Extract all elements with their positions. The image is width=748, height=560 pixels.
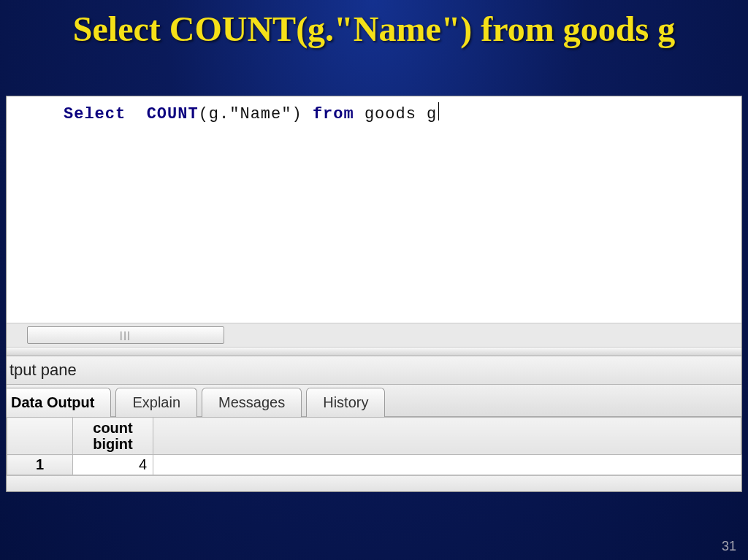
column-name: count [93, 420, 132, 436]
sql-table: goods g [365, 105, 437, 123]
horizontal-scrollbar-row: ||| [7, 323, 741, 348]
sql-keyword-select: Select [64, 105, 126, 123]
sql-text: ) [291, 105, 302, 123]
tab-messages[interactable]: Messages [202, 388, 302, 417]
table-row[interactable]: 1 4 [7, 455, 741, 475]
column-header-count[interactable]: count bigint [73, 418, 153, 455]
tab-label: Data Output [11, 394, 94, 411]
row-number: 1 [7, 455, 73, 475]
slide-title: Select COUNT(g."Name") from goods g [0, 0, 748, 55]
tab-label: History [323, 394, 368, 411]
tab-data-output[interactable]: Data Output [7, 388, 111, 417]
sql-function-count: COUNT [147, 105, 199, 123]
column-type: bigint [93, 436, 132, 452]
scrollbar-grip-icon: ||| [120, 331, 131, 339]
sql-tool-window: Select COUNT(g."Name") from goods g ||| … [6, 96, 742, 492]
text-cursor [438, 102, 439, 120]
output-pane-label: tput pane [7, 356, 741, 385]
output-tabs: Data Output Explain Messages History [7, 385, 741, 417]
splitter-bar[interactable] [7, 348, 741, 356]
tab-history[interactable]: History [306, 388, 385, 417]
output-pane-label-text: tput pane [9, 361, 77, 379]
cell-value[interactable]: 4 [73, 455, 153, 475]
grid-footer-strip [7, 475, 741, 491]
sql-keyword-from: from [313, 105, 354, 123]
horizontal-scrollbar-thumb[interactable]: ||| [27, 326, 224, 344]
grid-header-blank [153, 418, 741, 455]
grid-cell-blank [153, 455, 741, 475]
sql-editor[interactable]: Select COUNT(g."Name") from goods g [7, 96, 741, 323]
result-header-row: count bigint [7, 418, 741, 455]
grid-corner [7, 418, 73, 455]
slide-page-number: 31 [722, 539, 736, 554]
sql-text: (g. [199, 105, 230, 123]
tab-label: Messages [218, 394, 285, 411]
sql-literal: "Name" [229, 105, 291, 123]
tab-explain[interactable]: Explain [115, 388, 197, 417]
tab-label: Explain [132, 394, 180, 411]
result-grid: count bigint 1 4 [7, 417, 741, 475]
